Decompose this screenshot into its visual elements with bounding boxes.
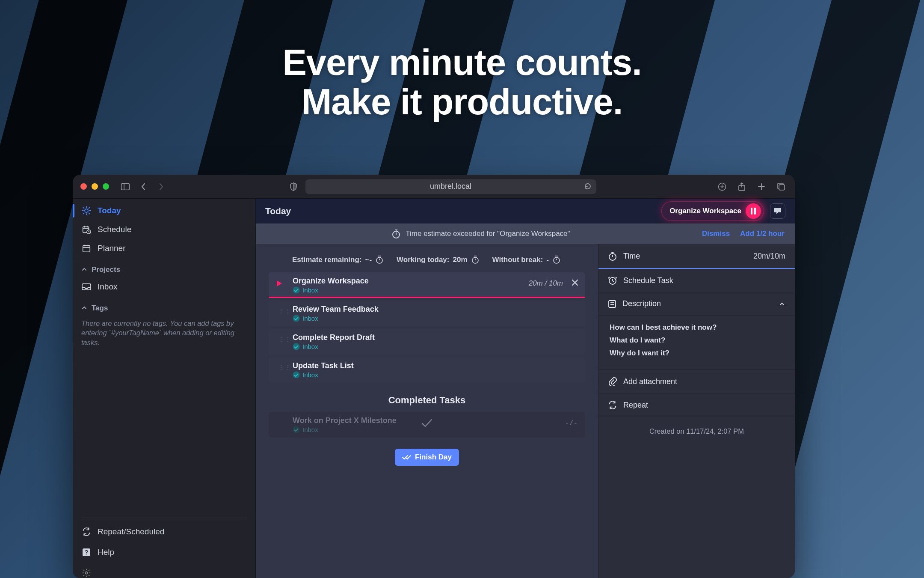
project-inbox[interactable]: Inbox bbox=[73, 277, 255, 296]
nav-back-icon[interactable] bbox=[137, 181, 149, 193]
alert-dismiss[interactable]: Dismiss bbox=[702, 229, 730, 238]
panel-attachment-label: Add attachment bbox=[623, 377, 677, 386]
estimate-summary: Estimate remaining: ~- Working today: 20… bbox=[269, 252, 585, 272]
panel-schedule-label: Schedule Task bbox=[623, 276, 673, 285]
sidebar: Today Schedule Planner bbox=[73, 199, 256, 578]
panel-schedule-row[interactable]: Schedule Task bbox=[598, 269, 795, 292]
nav-schedule[interactable]: Schedule bbox=[73, 220, 255, 239]
browser-window: umbrel.local bbox=[73, 175, 795, 578]
svg-rect-27 bbox=[751, 208, 752, 215]
task-project: Inbox bbox=[302, 371, 318, 378]
task-title: Update Task List bbox=[293, 361, 578, 370]
nav-help[interactable]: ? Help bbox=[73, 542, 255, 563]
completed-task-row[interactable]: Work on Project X Milestone Inbox - / - bbox=[269, 412, 585, 438]
help-icon: ? bbox=[81, 547, 92, 557]
time-exceeded-alert: Time estimate exceeded for "Organize Wor… bbox=[256, 223, 795, 244]
new-tab-icon[interactable] bbox=[755, 181, 767, 193]
shield-icon[interactable] bbox=[287, 181, 299, 193]
task-project: Inbox bbox=[302, 426, 318, 433]
tags-section-toggle[interactable]: Tags bbox=[73, 296, 255, 316]
projects-section-toggle[interactable]: Projects bbox=[73, 258, 255, 277]
app-root: Today Schedule Planner bbox=[73, 199, 795, 578]
hero-line1: Every minute counts. bbox=[0, 43, 924, 82]
alert-add-half-hour[interactable]: Add 1/2 hour bbox=[740, 229, 785, 238]
calendar-clock-icon bbox=[81, 224, 92, 235]
tags-empty-help: There are currently no tags. You can add… bbox=[73, 316, 255, 356]
svg-point-45 bbox=[293, 372, 300, 378]
svg-rect-52 bbox=[609, 301, 616, 307]
inbox-chip-icon bbox=[293, 286, 300, 294]
desc-question: Why do I want it? bbox=[610, 349, 784, 358]
finish-day-button[interactable]: Finish Day bbox=[395, 449, 459, 466]
task-row[interactable]: Organize Workspace Inbox 20m / 10m bbox=[269, 272, 585, 298]
task-row[interactable]: ⋮⋮ Review Team Feedback Inbox bbox=[269, 301, 585, 326]
finish-day-label: Finish Day bbox=[415, 453, 452, 462]
chevron-up-icon bbox=[81, 266, 88, 273]
active-task-name: Organize Workspace bbox=[669, 207, 741, 215]
refresh-icon[interactable] bbox=[583, 182, 592, 191]
stopwatch-icon bbox=[608, 251, 617, 261]
maximize-window-icon[interactable] bbox=[103, 183, 109, 190]
tabs-overview-icon[interactable] bbox=[775, 181, 787, 193]
task-row[interactable]: ⋮⋮ Complete Report Draft Inbox bbox=[269, 329, 585, 355]
inbox-chip-icon bbox=[293, 343, 300, 350]
hero-line2: Make it productive. bbox=[0, 82, 924, 122]
desc-question: How can I best achieve it now? bbox=[610, 323, 784, 332]
close-window-icon[interactable] bbox=[80, 183, 87, 190]
active-task-chip[interactable]: Organize Workspace bbox=[661, 201, 764, 221]
hero-tagline: Every minute counts. Make it productive. bbox=[0, 43, 924, 122]
nav-today-label: Today bbox=[98, 206, 121, 215]
share-icon[interactable] bbox=[736, 181, 748, 193]
svg-line-10 bbox=[83, 208, 84, 209]
svg-line-13 bbox=[83, 213, 84, 214]
panel-repeat-row[interactable]: Repeat bbox=[598, 393, 795, 417]
svg-line-11 bbox=[89, 213, 90, 214]
page-title: Today bbox=[265, 206, 291, 216]
minimize-window-icon[interactable] bbox=[92, 183, 98, 190]
stopwatch-icon bbox=[552, 255, 562, 265]
address-bar[interactable]: umbrel.local bbox=[305, 179, 596, 194]
pause-button[interactable] bbox=[746, 203, 761, 219]
panel-description-label: Description bbox=[622, 299, 661, 308]
nav-planner[interactable]: Planner bbox=[73, 239, 255, 258]
sun-icon bbox=[81, 206, 92, 216]
sidebar-divider bbox=[81, 518, 247, 518]
est-remaining-label: Estimate remaining: bbox=[292, 256, 362, 264]
without-break-label: Without break: bbox=[492, 256, 543, 264]
svg-point-42 bbox=[293, 287, 300, 294]
desc-question: What do I want? bbox=[610, 336, 784, 345]
nav-settings-partial[interactable] bbox=[73, 563, 255, 578]
drag-handle-icon[interactable]: ⋮⋮ bbox=[278, 307, 292, 314]
description-content[interactable]: How can I best achieve it now? What do I… bbox=[598, 316, 795, 370]
panel-description-toggle[interactable]: Description bbox=[598, 292, 795, 316]
drag-handle-icon[interactable]: ⋮⋮ bbox=[278, 336, 292, 343]
nav-forward-icon[interactable] bbox=[155, 181, 167, 193]
nav-repeat-scheduled[interactable]: Repeat/Scheduled bbox=[73, 521, 255, 542]
sidebar-toggle-icon[interactable] bbox=[119, 181, 131, 193]
est-remaining-value: ~- bbox=[365, 256, 372, 264]
download-icon[interactable] bbox=[716, 181, 728, 193]
panel-time-label: Time bbox=[623, 252, 640, 261]
working-today-label: Working today: bbox=[397, 256, 449, 264]
details-panel: Time 20m/10m Schedule Task Description bbox=[598, 244, 795, 578]
nav-today[interactable]: Today bbox=[73, 201, 255, 220]
window-controls[interactable] bbox=[80, 183, 109, 190]
panel-attachment-row[interactable]: Add attachment bbox=[598, 370, 795, 393]
svg-point-44 bbox=[293, 343, 300, 350]
panel-time-row[interactable]: Time 20m/10m bbox=[598, 244, 795, 269]
task-row[interactable]: ⋮⋮ Update Task List Inbox bbox=[269, 357, 585, 383]
chevron-up-icon bbox=[779, 301, 785, 307]
completed-tasks-header: Completed Tasks bbox=[269, 395, 585, 406]
url-text: umbrel.local bbox=[430, 182, 471, 191]
stopwatch-icon bbox=[471, 255, 480, 265]
remove-task-button[interactable] bbox=[571, 278, 579, 287]
panel-time-value: 20m/10m bbox=[753, 252, 785, 261]
gear-icon bbox=[81, 568, 92, 578]
repeat-icon bbox=[608, 400, 617, 410]
comments-button[interactable] bbox=[770, 203, 785, 219]
drag-handle-icon[interactable]: ⋮⋮ bbox=[278, 364, 292, 371]
projects-header-label: Projects bbox=[92, 265, 120, 274]
calendar-icon bbox=[81, 243, 92, 253]
svg-point-26 bbox=[85, 572, 88, 574]
browser-chrome: umbrel.local bbox=[73, 175, 795, 199]
